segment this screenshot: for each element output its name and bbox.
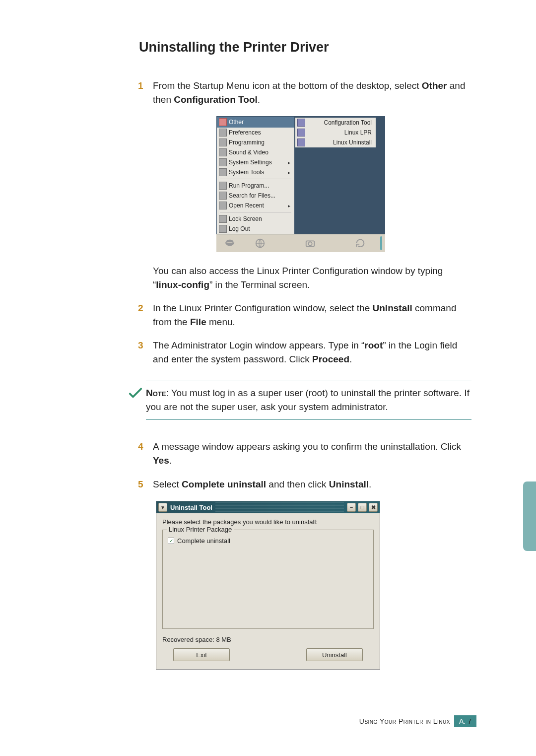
uninstall-tool-dialog: ▼ Uninstall Tool – □ ✖ Please select the… (156, 501, 380, 670)
footer-text: Using Your Printer in Linux (359, 717, 450, 725)
maximize-button[interactable]: □ (358, 503, 367, 512)
menu-label: Preferences (229, 129, 261, 136)
window-menu-button[interactable]: ▼ (158, 503, 167, 512)
step-5: 5 Select Complete uninstall and then cli… (138, 478, 471, 491)
bold: root (364, 340, 383, 350)
text: From the Startup Menu icon at the bottom… (153, 80, 422, 91)
checkbox-icon[interactable]: ✓ (168, 538, 174, 544)
menu-item-lock-screen[interactable]: Lock Screen (217, 214, 294, 224)
dialog-prompt: Please select the packages you would lik… (162, 518, 374, 526)
menu-item-system-tools[interactable]: System Tools▸ (217, 167, 294, 177)
bold: Uninstall (373, 303, 412, 313)
text: . (369, 479, 371, 489)
taskbar-hat-icon[interactable] (219, 236, 240, 250)
submenu-arrow-icon: ▸ (288, 170, 290, 175)
step-1: 1 From the Startup Menu icon at the bott… (138, 79, 471, 106)
note-label: Note (146, 388, 166, 398)
menu-item-programming[interactable]: Programming (217, 137, 294, 147)
checkbox-label: Complete uninstall (177, 537, 230, 545)
step-text: The Administrator Login window appears. … (153, 339, 471, 366)
submenu-arrow-icon: ▸ (288, 160, 290, 165)
text: Select (153, 479, 182, 489)
menu-separator (220, 179, 291, 179)
linux-startup-menu-screenshot: Other Preferences Programming Sound & Vi… (216, 116, 385, 252)
menu-item-run-program[interactable]: Run Program... (217, 181, 294, 191)
menu-label: Lock Screen (229, 215, 262, 222)
groupbox-legend: Linux Printer Package (167, 526, 234, 533)
submenu-item-linux-lpr[interactable]: Linux LPR (295, 128, 376, 137)
uninstall-button[interactable]: Uninstall (306, 648, 363, 661)
text: The Administrator Login window appears. … (153, 340, 364, 350)
bold: linux-config (156, 279, 209, 290)
step-text: Select Complete uninstall and then click… (153, 478, 471, 491)
submenu-arrow-icon: ▸ (288, 203, 290, 208)
bold: File (190, 317, 206, 327)
step-number: 4 (138, 440, 153, 467)
dialog-titlebar: ▼ Uninstall Tool – □ ✖ (156, 501, 380, 513)
menu-label: Search for Files... (229, 192, 275, 199)
submenu-item-configuration-tool[interactable]: Configuration Tool (295, 118, 376, 128)
note-content: Note: You must log in as a super user (r… (146, 381, 471, 420)
taskbar-camera-icon[interactable] (300, 236, 320, 250)
side-tab (523, 481, 536, 551)
complete-uninstall-checkbox-row[interactable]: ✓ Complete uninstall (168, 537, 368, 545)
taskbar-separator (380, 236, 382, 250)
text: . (169, 455, 172, 466)
page-footer: Using Your Printer in Linux A.7 (359, 715, 476, 727)
exit-button[interactable]: Exit (173, 648, 230, 661)
page-title: Uninstalling the Printer Driver (139, 40, 476, 55)
step-4: 4 A message window appears asking you to… (138, 440, 471, 467)
step-number: 2 (138, 301, 153, 329)
menu-label: System Tools (229, 169, 264, 176)
bold: Yes (153, 455, 169, 466)
menu-item-log-out[interactable]: Log Out (217, 224, 294, 234)
menu-label: Log Out (229, 225, 250, 232)
note-text: : You must log in as a super user (root)… (146, 388, 469, 412)
bold: Configuration Tool (174, 94, 258, 105)
menu-item-system-settings[interactable]: System Settings▸ (217, 157, 294, 167)
page-number-box: A.7 (454, 715, 476, 727)
titlebar-texture (215, 501, 344, 513)
menu-label: Sound & Video (229, 149, 268, 156)
step-text: In the Linux Printer Configuration windo… (153, 301, 471, 329)
menu-header-other[interactable]: Other (217, 117, 294, 128)
continuation-text: You can also access the Linux Printer Co… (153, 264, 471, 291)
menu-label: Run Program... (229, 182, 269, 189)
bold: Other (422, 80, 447, 91)
menu-item-sound-video[interactable]: Sound & Video (217, 147, 294, 157)
text: . (349, 354, 352, 364)
bold: Complete uninstall (182, 479, 266, 489)
menu-separator (220, 212, 291, 212)
menu-label: Configuration Tool (324, 119, 372, 126)
menu-item-search-files[interactable]: Search for Files... (217, 191, 294, 201)
note-block: Note: You must log in as a super user (r… (128, 381, 471, 420)
step-number: 3 (138, 339, 153, 366)
taskbar-refresh-icon[interactable] (350, 236, 370, 250)
menu-label: System Settings (229, 159, 272, 166)
step-text: From the Startup Menu icon at the bottom… (153, 79, 471, 106)
menu-item-open-recent[interactable]: Open Recent▸ (217, 201, 294, 210)
taskbar (216, 234, 385, 252)
minimize-button[interactable]: – (347, 503, 356, 512)
text: A message window appears asking you to c… (153, 441, 461, 452)
recovered-space-label: Recovered space: 8 MB (162, 636, 374, 643)
submenu-item-linux-uninstall[interactable]: Linux Uninstall (295, 137, 376, 147)
page-prefix: A. (459, 717, 466, 725)
text: . (258, 94, 260, 105)
step-number: 5 (138, 478, 153, 491)
dialog-title: Uninstall Tool (170, 504, 212, 511)
text: and then click (266, 479, 329, 489)
svg-point-2 (308, 242, 312, 245)
menu-label: Programming (229, 139, 265, 146)
step-text: A message window appears asking you to c… (153, 440, 471, 467)
menu-label: Linux Uninstall (333, 139, 372, 146)
page-number: 7 (468, 717, 471, 725)
close-button[interactable]: ✖ (369, 503, 378, 512)
taskbar-globe-icon[interactable] (250, 236, 270, 250)
text: In the Linux Printer Configuration windo… (153, 303, 373, 313)
menu-label: Open Recent (229, 202, 264, 209)
text: ” in the Terminal screen. (209, 279, 310, 290)
step-number: 1 (138, 79, 153, 106)
menu-item-preferences[interactable]: Preferences (217, 128, 294, 137)
package-groupbox: Linux Printer Package ✓ Complete uninsta… (162, 530, 374, 629)
